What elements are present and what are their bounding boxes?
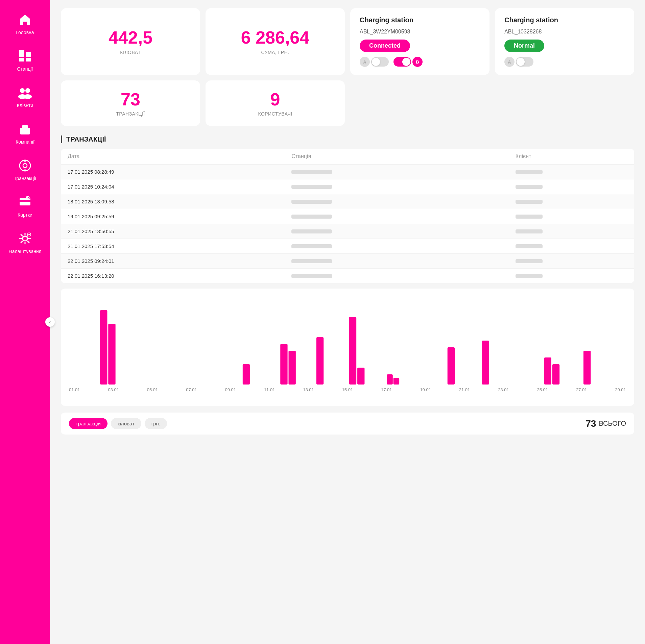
sidebar-label-home: Головна [16, 30, 34, 35]
chart-svg [69, 297, 626, 385]
table-row[interactable]: 17.01.2025 10:24:04 [61, 179, 634, 194]
svg-point-7 [24, 94, 32, 99]
table-header: Дата Станція Клієнт [61, 149, 634, 165]
station-card-2: Charging station ABL_10328268 Normal A [495, 8, 634, 75]
cell-client-placeholder [516, 274, 543, 278]
sidebar-item-clients[interactable]: Клієнти [5, 80, 45, 113]
chart-label: 15.01 [342, 387, 353, 392]
cards-icon: ID [17, 194, 33, 210]
station-2-toggles: A [504, 57, 625, 67]
svg-rect-29 [393, 378, 399, 385]
svg-rect-22 [243, 364, 250, 385]
cell-station-placeholder [291, 170, 332, 174]
chart-label: 05.01 [147, 387, 158, 392]
connector-b-toggle[interactable] [393, 57, 411, 67]
filter-tab-transactions[interactable]: транзакцій [69, 418, 108, 429]
sidebar-item-settings[interactable]: Налаштування [5, 226, 45, 259]
cell-station-placeholder [291, 274, 332, 278]
cell-station-placeholder [291, 200, 332, 204]
svg-point-5 [25, 88, 30, 93]
chart-label: 11.01 [264, 387, 275, 392]
table-row[interactable]: 22.01.2025 09:24:01 [61, 254, 634, 269]
connector-2a-label: A [504, 57, 515, 67]
filter-tab-sum[interactable]: грн. [145, 418, 167, 429]
home-icon [17, 11, 33, 28]
cell-date: 21.01.2025 13:50:55 [68, 228, 291, 234]
total-value: 73 [586, 418, 596, 429]
table-row[interactable]: 19.01.2025 09:25:59 [61, 209, 634, 224]
cell-date: 17.01.2025 08:28:49 [68, 169, 291, 175]
chart-label: 07.01 [186, 387, 197, 392]
sidebar-label-companies: Компанії [16, 139, 34, 145]
sidebar-item-home[interactable]: Головна [5, 7, 45, 40]
cell-date: 18.01.2025 13:09:58 [68, 199, 291, 204]
table-row[interactable]: 22.01.2025 16:13:20 [61, 269, 634, 283]
station-1-id: ABL_3W22YM00598 [360, 29, 480, 35]
table-row[interactable]: 21.01.2025 13:50:55 [61, 224, 634, 239]
table-row[interactable]: 17.01.2025 08:28:49 [61, 165, 634, 179]
cell-station-placeholder [291, 259, 332, 263]
sidebar-item-transactions[interactable]: Транзакції [5, 153, 45, 186]
connector-2a-toggle[interactable] [516, 57, 533, 67]
cell-station-placeholder [291, 229, 332, 233]
svg-rect-27 [357, 368, 364, 385]
chart-label: 13.01 [303, 387, 314, 392]
companies-icon [17, 121, 33, 137]
transactions-section-title: ТРАНЗАКЦІЇ [61, 135, 634, 143]
cell-client-placeholder [516, 170, 543, 174]
connector-a-toggle[interactable] [371, 57, 389, 67]
sidebar-item-companies[interactable]: Компанії [5, 116, 45, 149]
sidebar-item-cards[interactable]: ID Картки [5, 189, 45, 222]
svg-rect-23 [280, 344, 287, 385]
svg-rect-28 [387, 374, 392, 385]
kilowatt-label: КІЛОВАТ [120, 50, 141, 55]
cell-date: 19.01.2025 09:25:59 [68, 214, 291, 219]
total-label: ВСЬОГО [599, 420, 626, 427]
filter-tabs: транзакцій кіловат грн. [69, 418, 167, 429]
svg-point-18 [23, 236, 27, 241]
transactions-table: Дата Станція Клієнт 17.01.2025 08:28:49 … [61, 149, 634, 283]
station-2-id: ABL_10328268 [504, 29, 625, 35]
col-date: Дата [68, 153, 291, 159]
transactions-icon [17, 157, 33, 174]
svg-rect-1 [26, 52, 31, 57]
transactions-label: ТРАНЗАКЦІЇ [116, 111, 145, 117]
chart-label: 09.01 [225, 387, 236, 392]
sidebar-label-settings: Налаштування [9, 249, 42, 254]
svg-point-4 [20, 88, 25, 93]
cell-station-placeholder [291, 215, 332, 219]
svg-rect-2 [19, 58, 24, 61]
svg-rect-9 [22, 125, 28, 128]
col-client: Клієнт [516, 153, 627, 159]
chart-label: 01.01 [69, 387, 80, 392]
users-value: 9 [270, 90, 280, 109]
stations-icon [17, 48, 33, 64]
svg-rect-14 [20, 200, 30, 202]
station-1-status: Connected [360, 40, 410, 52]
svg-rect-0 [19, 50, 24, 57]
filter-tab-kilowatt[interactable]: кіловат [111, 418, 141, 429]
stat-card-users: 9 КОРИСТУВАЧІ [206, 80, 345, 126]
kilowatt-value: 442,5 [109, 28, 152, 47]
svg-rect-21 [108, 324, 115, 385]
table-row[interactable]: 18.01.2025 13:09:58 [61, 194, 634, 209]
svg-point-12 [20, 160, 30, 171]
chart-label: 21.01 [459, 387, 470, 392]
station-1-toggles: A B [360, 57, 480, 67]
cell-date: 22.01.2025 09:24:01 [68, 258, 291, 264]
station-2-title: Charging station [504, 16, 625, 24]
sidebar-item-stations[interactable]: Станції [5, 43, 45, 76]
sidebar: Головна Станції Клієнти [0, 0, 50, 644]
svg-rect-32 [544, 357, 551, 385]
table-row[interactable]: 21.01.2025 17:53:54 [61, 239, 634, 254]
cell-client-placeholder [516, 229, 543, 233]
cell-client-placeholder [516, 185, 543, 189]
cell-station-placeholder [291, 244, 332, 248]
chart-label: 27.01 [576, 387, 587, 392]
connector-2a-wrap: A [504, 57, 533, 67]
station-2-status: Normal [504, 40, 544, 52]
users-label: КОРИСТУВАЧІ [258, 111, 292, 117]
clients-icon [17, 84, 33, 101]
cell-date: 21.01.2025 17:53:54 [68, 243, 291, 249]
sidebar-collapse-button[interactable]: ‹ [45, 317, 55, 327]
